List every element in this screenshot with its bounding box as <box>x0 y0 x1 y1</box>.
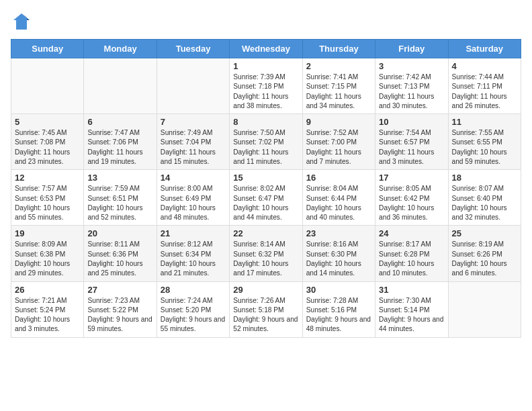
page-header <box>11 11 521 32</box>
calendar-cell: 15Sunrise: 8:02 AMSunset: 6:47 PMDayligh… <box>230 170 302 226</box>
calendar-cell: 11Sunrise: 7:55 AMSunset: 6:55 PMDayligh… <box>448 114 521 170</box>
day-number: 28 <box>161 285 226 295</box>
day-number: 11 <box>452 117 517 127</box>
svg-marker-0 <box>13 13 30 30</box>
day-of-week-header: Thursday <box>302 40 375 58</box>
day-of-week-header: Tuesday <box>157 40 229 58</box>
day-info: Sunrise: 7:23 AMSunset: 5:22 PMDaylight:… <box>87 296 152 334</box>
calendar-cell: 4Sunrise: 7:44 AMSunset: 7:11 PMDaylight… <box>448 58 521 114</box>
day-number: 15 <box>233 173 298 183</box>
calendar-cell: 8Sunrise: 7:50 AMSunset: 7:02 PMDaylight… <box>230 114 302 170</box>
day-info: Sunrise: 8:17 AMSunset: 6:28 PMDaylight:… <box>379 240 444 278</box>
calendar-cell: 1Sunrise: 7:39 AMSunset: 7:18 PMDaylight… <box>230 58 302 114</box>
day-number: 22 <box>233 228 298 238</box>
calendar-body: 1Sunrise: 7:39 AMSunset: 7:18 PMDaylight… <box>11 58 521 338</box>
calendar-week-row: 19Sunrise: 8:09 AMSunset: 6:38 PMDayligh… <box>11 226 521 281</box>
days-header-row: SundayMondayTuesdayWednesdayThursdayFrid… <box>11 40 521 58</box>
calendar-cell: 13Sunrise: 7:59 AMSunset: 6:51 PMDayligh… <box>84 170 157 226</box>
day-info: Sunrise: 7:21 AMSunset: 5:24 PMDaylight:… <box>15 296 80 334</box>
calendar-cell: 5Sunrise: 7:45 AMSunset: 7:08 PMDaylight… <box>11 114 84 170</box>
day-info: Sunrise: 7:52 AMSunset: 7:00 PMDaylight:… <box>306 128 371 167</box>
day-info: Sunrise: 8:05 AMSunset: 6:42 PMDaylight:… <box>379 184 444 222</box>
calendar-cell: 31Sunrise: 7:30 AMSunset: 5:14 PMDayligh… <box>375 281 448 337</box>
day-info: Sunrise: 7:55 AMSunset: 6:55 PMDaylight:… <box>452 128 517 167</box>
day-number: 12 <box>15 173 80 183</box>
day-of-week-header: Saturday <box>448 40 521 58</box>
day-number: 18 <box>452 173 517 183</box>
day-number: 31 <box>379 285 444 295</box>
calendar-cell: 23Sunrise: 8:16 AMSunset: 6:30 PMDayligh… <box>302 226 375 281</box>
calendar-header: SundayMondayTuesdayWednesdayThursdayFrid… <box>11 40 521 58</box>
day-info: Sunrise: 8:14 AMSunset: 6:32 PMDaylight:… <box>233 240 298 278</box>
day-number: 2 <box>306 61 371 71</box>
day-info: Sunrise: 7:26 AMSunset: 5:18 PMDaylight:… <box>233 296 298 334</box>
calendar-cell: 6Sunrise: 7:47 AMSunset: 7:06 PMDaylight… <box>84 114 157 170</box>
calendar-cell: 24Sunrise: 8:17 AMSunset: 6:28 PMDayligh… <box>375 226 448 281</box>
day-info: Sunrise: 8:12 AMSunset: 6:34 PMDaylight:… <box>161 240 226 278</box>
day-number: 5 <box>15 117 80 127</box>
day-info: Sunrise: 8:09 AMSunset: 6:38 PMDaylight:… <box>15 240 80 278</box>
calendar-cell <box>157 58 229 114</box>
calendar-cell: 22Sunrise: 8:14 AMSunset: 6:32 PMDayligh… <box>230 226 302 281</box>
calendar-cell: 21Sunrise: 8:12 AMSunset: 6:34 PMDayligh… <box>157 226 229 281</box>
calendar-cell: 2Sunrise: 7:41 AMSunset: 7:15 PMDaylight… <box>302 58 375 114</box>
calendar-cell: 12Sunrise: 7:57 AMSunset: 6:53 PMDayligh… <box>11 170 84 226</box>
day-number: 23 <box>306 228 371 238</box>
day-number: 16 <box>306 173 371 183</box>
calendar-cell: 27Sunrise: 7:23 AMSunset: 5:22 PMDayligh… <box>84 281 157 337</box>
day-number: 10 <box>379 117 444 127</box>
day-info: Sunrise: 7:24 AMSunset: 5:20 PMDaylight:… <box>161 296 226 334</box>
day-info: Sunrise: 7:45 AMSunset: 7:08 PMDaylight:… <box>15 128 80 167</box>
calendar-cell: 26Sunrise: 7:21 AMSunset: 5:24 PMDayligh… <box>11 281 84 337</box>
day-info: Sunrise: 8:16 AMSunset: 6:30 PMDaylight:… <box>306 240 371 278</box>
day-info: Sunrise: 7:30 AMSunset: 5:14 PMDaylight:… <box>379 296 444 334</box>
day-info: Sunrise: 7:49 AMSunset: 7:04 PMDaylight:… <box>161 128 226 167</box>
day-info: Sunrise: 7:54 AMSunset: 6:57 PMDaylight:… <box>379 128 444 167</box>
day-info: Sunrise: 7:39 AMSunset: 7:18 PMDaylight:… <box>233 73 298 111</box>
day-info: Sunrise: 8:19 AMSunset: 6:26 PMDaylight:… <box>452 240 517 278</box>
calendar-cell <box>84 58 157 114</box>
day-number: 24 <box>379 228 444 238</box>
day-info: Sunrise: 7:59 AMSunset: 6:51 PMDaylight:… <box>87 184 152 222</box>
day-number: 19 <box>15 228 80 238</box>
day-of-week-header: Monday <box>84 40 157 58</box>
day-info: Sunrise: 8:00 AMSunset: 6:49 PMDaylight:… <box>161 184 226 222</box>
day-number: 30 <box>306 285 371 295</box>
day-number: 21 <box>161 228 226 238</box>
day-number: 14 <box>161 173 226 183</box>
day-info: Sunrise: 8:07 AMSunset: 6:40 PMDaylight:… <box>452 184 517 222</box>
day-of-week-header: Friday <box>375 40 448 58</box>
day-number: 17 <box>379 173 444 183</box>
day-number: 7 <box>161 117 226 127</box>
calendar-cell <box>11 58 84 114</box>
calendar-week-row: 5Sunrise: 7:45 AMSunset: 7:08 PMDaylight… <box>11 114 521 170</box>
day-number: 13 <box>87 173 152 183</box>
day-info: Sunrise: 7:57 AMSunset: 6:53 PMDaylight:… <box>15 184 80 222</box>
day-number: 29 <box>233 285 298 295</box>
day-number: 1 <box>233 61 298 71</box>
calendar-cell: 18Sunrise: 8:07 AMSunset: 6:40 PMDayligh… <box>448 170 521 226</box>
day-info: Sunrise: 8:11 AMSunset: 6:36 PMDaylight:… <box>87 240 152 278</box>
day-info: Sunrise: 8:02 AMSunset: 6:47 PMDaylight:… <box>233 184 298 222</box>
calendar-cell: 7Sunrise: 7:49 AMSunset: 7:04 PMDaylight… <box>157 114 229 170</box>
calendar-cell: 9Sunrise: 7:52 AMSunset: 7:00 PMDaylight… <box>302 114 375 170</box>
day-number: 6 <box>87 117 152 127</box>
day-number: 25 <box>452 228 517 238</box>
calendar-cell: 28Sunrise: 7:24 AMSunset: 5:20 PMDayligh… <box>157 281 229 337</box>
day-number: 8 <box>233 117 298 127</box>
calendar-cell: 30Sunrise: 7:28 AMSunset: 5:16 PMDayligh… <box>302 281 375 337</box>
day-number: 20 <box>87 228 152 238</box>
calendar-week-row: 12Sunrise: 7:57 AMSunset: 6:53 PMDayligh… <box>11 170 521 226</box>
day-info: Sunrise: 7:47 AMSunset: 7:06 PMDaylight:… <box>87 128 152 167</box>
calendar-cell: 25Sunrise: 8:19 AMSunset: 6:26 PMDayligh… <box>448 226 521 281</box>
day-info: Sunrise: 7:41 AMSunset: 7:15 PMDaylight:… <box>306 73 371 111</box>
day-number: 26 <box>15 285 80 295</box>
logo <box>11 11 35 32</box>
calendar-cell: 10Sunrise: 7:54 AMSunset: 6:57 PMDayligh… <box>375 114 448 170</box>
day-number: 4 <box>452 61 517 71</box>
day-number: 9 <box>306 117 371 127</box>
calendar-cell: 19Sunrise: 8:09 AMSunset: 6:38 PMDayligh… <box>11 226 84 281</box>
day-info: Sunrise: 7:50 AMSunset: 7:02 PMDaylight:… <box>233 128 298 167</box>
day-of-week-header: Sunday <box>11 40 84 58</box>
calendar-week-row: 26Sunrise: 7:21 AMSunset: 5:24 PMDayligh… <box>11 281 521 337</box>
